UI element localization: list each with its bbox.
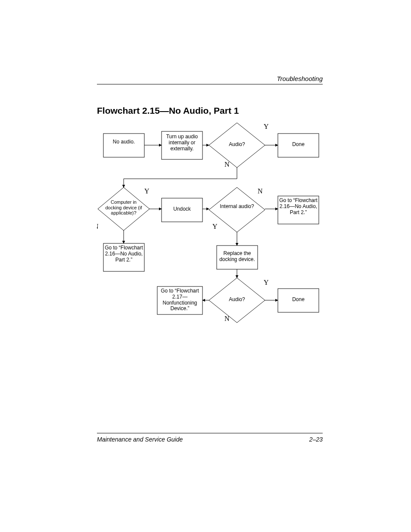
page-title: Flowchart 2.15—No Audio, Part 1 (97, 106, 239, 116)
node-replace: Replace the docking device. (217, 251, 258, 263)
header-rule (97, 84, 323, 84)
node-audio2: Audio? (220, 297, 254, 303)
node-intaudio: Internal audio? (220, 204, 254, 210)
label-y3: Y (212, 223, 218, 230)
footer-rule (97, 433, 323, 433)
footer-left: Maintenance and Service Guide (97, 436, 183, 443)
label-n4: N (224, 315, 230, 322)
node-done1: Done (278, 142, 319, 148)
node-goto217[interactable]: Go to “Flowchart 2.17—Nonfunctioning Dev… (157, 288, 202, 312)
node-audio1: Audio? (220, 142, 254, 148)
node-goto216b[interactable]: Go to “Flowchart 2.16—No Audio, Part 2.” (103, 245, 144, 263)
label-y4: Y (264, 279, 269, 286)
node-undock: Undock (162, 206, 202, 212)
footer-right: 2–23 (309, 436, 323, 443)
node-goto216a[interactable]: Go to “Flowchart 2.16—No Audio, Part 2.” (278, 198, 319, 215)
label-n3: N (258, 187, 263, 195)
label-y1: Y (264, 123, 269, 130)
node-dock: Computer in docking device (if applicabl… (102, 199, 145, 216)
node-no-audio: No audio. (103, 139, 144, 145)
page: Troubleshooting Flowchart 2.15—No Audio,… (0, 0, 411, 532)
flowchart: No audio. Turn up audio internally or ex… (97, 123, 323, 325)
node-turn-up: Turn up audio internally or externally. (162, 134, 202, 152)
label-n2: N (97, 223, 99, 230)
label-n1: N (224, 161, 230, 168)
node-done2: Done (278, 297, 319, 303)
label-y2: Y (144, 187, 149, 195)
section-header: Troubleshooting (277, 75, 323, 82)
